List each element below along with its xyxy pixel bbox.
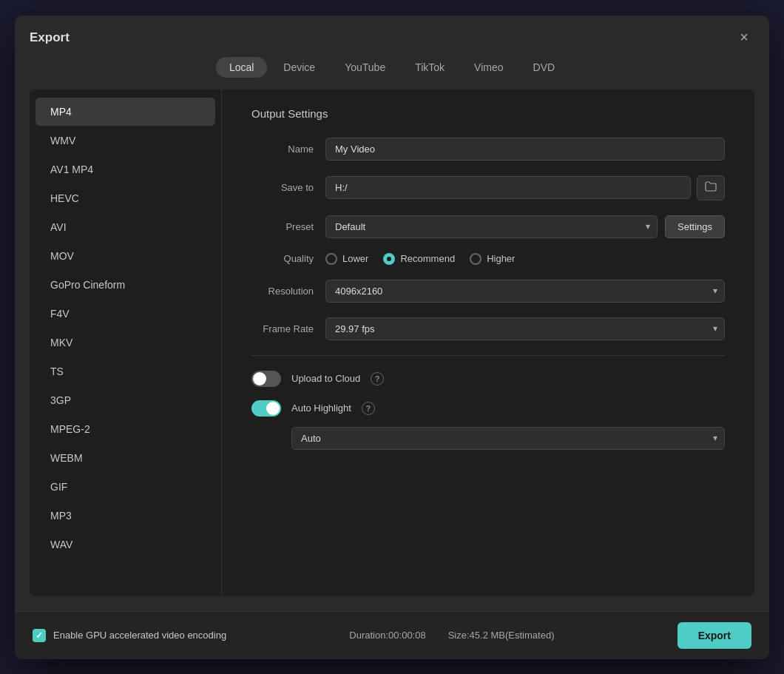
tab-vimeo[interactable]: Vimeo xyxy=(461,57,516,78)
quality-higher-radio[interactable] xyxy=(470,253,481,265)
save-to-input-row xyxy=(325,175,725,200)
tab-device[interactable]: Device xyxy=(270,57,328,78)
format-mp4[interactable]: MP4 xyxy=(36,98,215,126)
auto-highlight-section: Auto Highlight ? Auto xyxy=(251,400,725,450)
quality-recommend-option[interactable]: Recommend xyxy=(383,253,455,265)
checkmark-icon: ✓ xyxy=(36,630,43,641)
preset-select[interactable]: Default xyxy=(325,215,658,238)
quality-higher-option[interactable]: Higher xyxy=(470,253,515,265)
upload-cloud-help-icon[interactable]: ? xyxy=(371,372,384,385)
auto-highlight-select[interactable]: Auto xyxy=(291,427,725,450)
format-av1mp4[interactable]: AV1 MP4 xyxy=(36,155,215,183)
dialog-title: Export xyxy=(30,30,70,45)
auto-highlight-label: Auto Highlight xyxy=(291,402,351,414)
resolution-label: Resolution xyxy=(251,286,325,297)
frame-rate-select[interactable]: 29.97 fps xyxy=(325,317,725,340)
format-3gp[interactable]: 3GP xyxy=(36,386,215,414)
folder-button[interactable] xyxy=(697,175,725,200)
upload-cloud-knob xyxy=(253,372,266,385)
format-mp3[interactable]: MP3 xyxy=(36,502,215,530)
size-label: Size:45.2 MB(Estimated) xyxy=(448,630,555,641)
main-panel: MP4 WMV AV1 MP4 HEVC AVI MOV GoPro Cinef… xyxy=(30,90,754,596)
preset-select-wrapper: Default xyxy=(325,215,658,238)
auto-highlight-help-icon[interactable]: ? xyxy=(362,402,375,415)
quality-lower-option[interactable]: Lower xyxy=(325,253,368,265)
gpu-checkbox-box: ✓ xyxy=(33,629,46,642)
format-ts[interactable]: TS xyxy=(36,357,215,385)
name-row: Name xyxy=(251,138,725,161)
format-wav[interactable]: WAV xyxy=(36,530,215,559)
resolution-select[interactable]: 4096x2160 xyxy=(325,280,725,303)
close-button[interactable]: × xyxy=(734,27,754,48)
frame-rate-row: Frame Rate 29.97 fps xyxy=(251,317,725,340)
settings-panel: Output Settings Name Save to xyxy=(222,90,754,596)
tab-local[interactable]: Local xyxy=(216,57,267,78)
auto-highlight-toggle[interactable] xyxy=(251,400,281,417)
save-to-label: Save to xyxy=(251,182,325,193)
footer-info: Duration:00:00:08 Size:45.2 MB(Estimated… xyxy=(349,630,554,641)
preset-label: Preset xyxy=(251,221,325,232)
dialog-footer: ✓ Enable GPU accelerated video encoding … xyxy=(15,611,769,659)
save-to-input[interactable] xyxy=(325,176,691,199)
export-dialog: Export × Local Device YouTube TikTok Vim… xyxy=(15,16,769,659)
format-hevc[interactable]: HEVC xyxy=(36,184,215,212)
frame-rate-label: Frame Rate xyxy=(251,323,325,334)
format-list: MP4 WMV AV1 MP4 HEVC AVI MOV GoPro Cinef… xyxy=(30,90,222,596)
tab-dvd[interactable]: DVD xyxy=(520,57,569,78)
auto-highlight-select-container: Auto xyxy=(291,427,725,450)
auto-highlight-knob xyxy=(266,402,280,415)
upload-cloud-label: Upload to Cloud xyxy=(291,373,360,384)
quality-label: Quality xyxy=(251,253,325,264)
format-f4v[interactable]: F4V xyxy=(36,300,215,328)
resolution-row: Resolution 4096x2160 xyxy=(251,280,725,303)
dialog-header: Export × xyxy=(15,16,769,48)
format-mov[interactable]: MOV xyxy=(36,242,215,270)
divider xyxy=(251,355,725,356)
auto-highlight-row: Auto Highlight ? xyxy=(251,400,725,417)
resolution-select-wrapper: 4096x2160 xyxy=(325,280,725,303)
settings-button[interactable]: Settings xyxy=(665,215,725,238)
format-mkv[interactable]: MKV xyxy=(36,328,215,357)
tab-tiktok[interactable]: TikTok xyxy=(402,57,458,78)
format-mpeg2[interactable]: MPEG-2 xyxy=(36,415,215,443)
quality-higher-label: Higher xyxy=(487,253,515,264)
preset-input-row: Default Settings xyxy=(325,215,725,238)
format-avi[interactable]: AVI xyxy=(36,213,215,241)
export-button[interactable]: Export xyxy=(677,622,751,649)
tab-youtube[interactable]: YouTube xyxy=(331,57,399,78)
upload-cloud-toggle[interactable] xyxy=(251,371,281,387)
settings-title: Output Settings xyxy=(251,107,725,120)
save-to-row: Save to xyxy=(251,175,725,200)
format-wmv[interactable]: WMV xyxy=(36,127,215,155)
quality-lower-label: Lower xyxy=(342,253,368,264)
quality-options: Lower Recommend Higher xyxy=(325,253,725,265)
duration-label: Duration:00:00:08 xyxy=(349,630,425,641)
gpu-label: Enable GPU accelerated video encoding xyxy=(53,630,226,641)
dialog-body: MP4 WMV AV1 MP4 HEVC AVI MOV GoPro Cinef… xyxy=(15,90,769,611)
tab-bar: Local Device YouTube TikTok Vimeo DVD xyxy=(15,48,769,90)
name-label: Name xyxy=(251,144,325,155)
upload-cloud-row: Upload to Cloud ? xyxy=(251,371,725,387)
preset-row: Preset Default Settings xyxy=(251,215,725,238)
format-webm[interactable]: WEBM xyxy=(36,444,215,472)
quality-recommend-radio[interactable] xyxy=(383,253,395,265)
quality-lower-radio[interactable] xyxy=(325,253,337,265)
quality-row: Quality Lower Recommend Higher xyxy=(251,253,725,265)
gpu-checkbox-label[interactable]: ✓ Enable GPU accelerated video encoding xyxy=(33,629,226,642)
quality-recommend-label: Recommend xyxy=(400,253,455,264)
format-gif[interactable]: GIF xyxy=(36,473,215,501)
auto-highlight-select-wrapper: Auto xyxy=(291,427,725,450)
frame-rate-select-wrapper: 29.97 fps xyxy=(325,317,725,340)
name-input[interactable] xyxy=(325,138,725,161)
format-gopro[interactable]: GoPro Cineform xyxy=(36,271,215,299)
